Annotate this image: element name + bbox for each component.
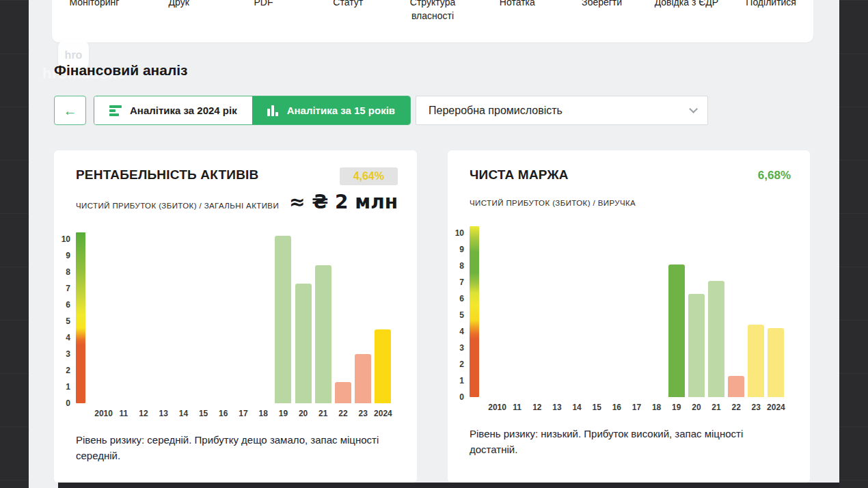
toolbar-item-monitoring[interactable]: Моніторинг (52, 0, 137, 42)
y-tick-6: 6 (66, 300, 70, 310)
toolbar-item-ownership-structure[interactable]: Структура власності (390, 0, 475, 42)
industry-select[interactable]: Переробна промисловість (416, 96, 708, 125)
y-tick-9: 9 (66, 251, 70, 260)
tab-analytics-15-years[interactable]: Аналітика за 15 років (252, 96, 410, 124)
tab-analytics-15-years-label: Аналітика за 15 років (287, 105, 395, 116)
tab-analytics-2024[interactable]: Аналітика за 2024 рік (94, 96, 252, 124)
chevron-down-icon (689, 105, 698, 113)
roa-bar-plot: 2010111213141516171819202122232024 (94, 239, 393, 403)
toolbar-item-note[interactable]: Нотатка (475, 0, 560, 42)
x-axis-labels: 2010111213141516171819202122232024 (487, 403, 786, 414)
tab-analytics-2024-label: Аналітика за 2024 рік (130, 105, 237, 116)
x-axis-labels: 2010111213141516171819202122232024 (94, 409, 393, 420)
roa-value-badge: 4,64% (340, 167, 398, 185)
toolbar-item-edr-extract[interactable]: Довідка з ЄДР (644, 0, 729, 42)
bar-20 (295, 284, 312, 403)
net-margin-chart: 012345678910 201011121314151617181920212… (448, 226, 786, 397)
bar-21 (708, 281, 724, 397)
y-tick-2: 2 (459, 360, 464, 369)
bar-23 (748, 325, 764, 397)
roa-chart: 012345678910 201011121314151617181920212… (54, 232, 393, 403)
x-label-15: 15 (587, 403, 607, 412)
net-margin-value-badge: 6,68% (758, 169, 791, 182)
y-tick-0: 0 (66, 398, 70, 408)
y-tick-3: 3 (66, 349, 70, 359)
bar-22 (728, 376, 744, 397)
bar-20 (688, 294, 705, 397)
back-arrow-icon: ← (64, 104, 77, 118)
bar-2024 (768, 328, 784, 397)
x-label-19: 19 (666, 403, 686, 412)
y-tick-5: 5 (66, 316, 70, 326)
y-tick-1: 1 (459, 376, 464, 385)
x-label-20: 20 (686, 403, 706, 412)
y-tick-9: 9 (459, 245, 464, 254)
net-margin-card: ЧИСТА МАРЖА 6,68% ЧИСТИЙ ПРИБУТОК (ЗБИТО… (448, 150, 810, 483)
y-axis-ticks: 012345678910 (448, 233, 465, 397)
y-tick-6: 6 (459, 294, 464, 303)
x-label-16: 16 (607, 403, 627, 412)
toolbar: Моніторинг Друк PDF Статут Структура вла… (52, 0, 813, 42)
back-button[interactable]: ← (54, 96, 86, 125)
net-margin-bar-plot: 2010111213141516171819202122232024 (487, 233, 786, 397)
x-label-21: 21 (313, 409, 333, 418)
bar-19 (275, 236, 291, 403)
bar-22 (335, 382, 351, 403)
x-label-22: 22 (333, 409, 353, 418)
right-dark-edge (839, 0, 868, 488)
x-label-23: 23 (746, 403, 766, 412)
x-label-2010: 2010 (487, 403, 507, 412)
risk-scale-gradient (76, 232, 85, 403)
modal-content: Моніторинг Друк PDF Статут Структура вла… (29, 0, 839, 488)
app-window: Моніторинг Друк PDF Статут Структура вла… (0, 0, 868, 488)
y-tick-10: 10 (455, 228, 464, 238)
y-tick-7: 7 (66, 284, 70, 293)
x-label-2010: 2010 (94, 409, 113, 418)
left-dark-edge (0, 0, 29, 488)
x-label-13: 13 (547, 403, 567, 412)
y-tick-1: 1 (66, 382, 70, 392)
y-tick-4: 4 (459, 327, 464, 336)
roa-formula-subtitle: ЧИСТИЙ ПРИБУТОК (ЗБИТОК) / ЗАГАЛЬНІ АКТИ… (76, 195, 279, 210)
x-label-2024: 2024 (373, 409, 393, 418)
x-label-17: 17 (233, 409, 253, 418)
horizontal-bars-icon (109, 105, 122, 116)
bar-chart-icon (267, 105, 279, 116)
x-label-11: 11 (507, 403, 527, 412)
x-label-22: 22 (727, 403, 746, 412)
y-tick-3: 3 (459, 343, 464, 353)
x-label-18: 18 (647, 403, 666, 412)
y-tick-10: 10 (62, 234, 70, 244)
net-margin-formula-subtitle: ЧИСТИЙ ПРИБУТОК (ЗБИТОК) / ВИРУЧКА (470, 192, 636, 207)
bar-21 (315, 265, 331, 403)
page-title: Фінансовий аналіз (54, 62, 188, 79)
x-label-19: 19 (273, 409, 293, 418)
x-label-14: 14 (174, 409, 193, 418)
x-label-16: 16 (213, 409, 233, 418)
x-label-15: 15 (193, 409, 213, 418)
x-label-14: 14 (567, 403, 587, 412)
bar-2024 (375, 329, 391, 403)
risk-scale-gradient (470, 226, 479, 397)
x-label-13: 13 (154, 409, 174, 418)
roa-card: РЕНТАБЕЛЬНІСТЬ АКТИВІВ 4,64% ЧИСТИЙ ПРИБ… (54, 150, 417, 483)
net-margin-card-title: ЧИСТА МАРЖА (470, 167, 569, 182)
bar-23 (355, 354, 371, 403)
net-margin-risk-text: Рівень ризику: низький. Прибуток високий… (470, 426, 784, 458)
x-label-2024: 2024 (766, 403, 786, 412)
x-label-18: 18 (254, 409, 273, 418)
y-tick-7: 7 (459, 277, 464, 287)
y-tick-5: 5 (459, 310, 464, 320)
toolbar-item-print[interactable]: Друк (137, 0, 221, 42)
toolbar-item-save[interactable]: Зберегти (560, 0, 645, 42)
roa-risk-text: Рівень ризику: середній. Прибутку дещо з… (76, 432, 391, 464)
y-axis-ticks: 012345678910 (54, 239, 72, 403)
toolbar-item-statute[interactable]: Статут (306, 0, 390, 42)
toolbar-item-pdf[interactable]: PDF (221, 0, 306, 42)
toolbar-item-share[interactable]: Поділитися (729, 0, 813, 42)
industry-select-value: Переробна промисловість (429, 105, 562, 117)
y-tick-2: 2 (66, 366, 70, 375)
x-label-21: 21 (706, 403, 726, 412)
roa-approx-amount: ≈ ₴ 2 млн (289, 191, 398, 213)
roa-card-title: РЕНТАБЕЛЬНІСТЬ АКТИВІВ (76, 167, 258, 182)
